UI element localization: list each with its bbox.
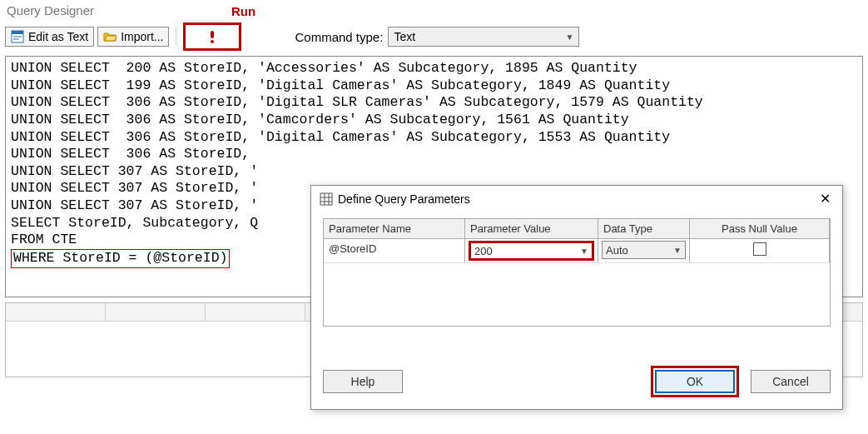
folder-open-icon [103, 30, 117, 43]
command-type-value: Text [394, 30, 415, 43]
import-label: Import... [121, 30, 163, 43]
sql-line: SELECT StoreID, Subcategory, Q [11, 215, 258, 231]
sql-line: UNION SELECT 306 AS StoreID, 'Camcorders… [11, 112, 629, 127]
grid-props-icon [320, 192, 333, 206]
close-icon[interactable]: ✕ [816, 191, 834, 207]
col-data-type: Data Type [598, 219, 690, 238]
edit-as-text-label: Edit as Text [28, 30, 88, 43]
sql-line: UNION SELECT 306 AS StoreID, [11, 146, 250, 162]
data-type-select[interactable]: Auto ▼ [602, 241, 686, 259]
run-button[interactable] [183, 22, 241, 51]
sql-line: FROM CTE [11, 232, 77, 247]
sql-line: UNION SELECT 200 AS StoreID, 'Accessorie… [11, 60, 637, 76]
command-type-select[interactable]: Text ▼ [388, 27, 579, 47]
toolbar-separator [176, 27, 176, 46]
chevron-down-icon: ▼ [580, 247, 588, 256]
toolbar: Run Edit as Text Import... Command type:… [0, 21, 868, 56]
define-query-parameters-dialog: Define Query Parameters ✕ Parameter Name… [310, 185, 843, 410]
run-exclaim-icon [206, 30, 219, 43]
param-name-cell: @StoreID [324, 239, 465, 262]
svg-rect-4 [211, 31, 214, 38]
dialog-title: Define Query Parameters [338, 192, 470, 206]
sql-line: UNION SELECT 307 AS StoreID, ' [11, 163, 258, 179]
chevron-down-icon: ▼ [565, 32, 573, 42]
import-button[interactable]: Import... [97, 27, 169, 47]
svg-point-5 [211, 40, 214, 43]
chevron-down-icon: ▼ [673, 246, 682, 255]
sql-where-highlight: WHERE StoreID = (@StoreID) [11, 249, 230, 268]
pass-null-checkbox[interactable] [753, 242, 766, 256]
sql-line: UNION SELECT 307 AS StoreID, ' [11, 197, 258, 213]
sql-line: UNION SELECT 307 AS StoreID, ' [11, 180, 258, 196]
svg-rect-6 [320, 193, 332, 205]
edit-as-text-button[interactable]: Edit as Text [5, 27, 94, 47]
command-type-label: Command type: [295, 30, 383, 44]
col-parameter-value: Parameter Value [465, 219, 598, 238]
sql-line: UNION SELECT 306 AS StoreID, 'Digital Ca… [11, 129, 670, 145]
ok-button[interactable]: OK [655, 370, 735, 393]
data-type-text: Auto [606, 244, 628, 257]
param-value-input[interactable]: 200 ▼ [469, 241, 594, 261]
col-pass-null: Pass Null Value [690, 219, 830, 238]
col-parameter-name: Parameter Name [324, 219, 465, 238]
param-value-text: 200 [474, 245, 493, 257]
table-row: @StoreID 200 ▼ Auto ▼ [324, 239, 830, 263]
edit-text-icon [11, 30, 24, 43]
window-title: Query Designer [0, 0, 868, 21]
svg-rect-1 [12, 31, 23, 34]
run-annotation: Run [231, 4, 255, 18]
cancel-button[interactable]: Cancel [751, 370, 831, 393]
parameters-table: Parameter Name Parameter Value Data Type… [323, 218, 831, 327]
sql-line: UNION SELECT 306 AS StoreID, 'Digital SL… [11, 94, 703, 110]
help-button[interactable]: Help [323, 370, 403, 393]
sql-line: UNION SELECT 199 AS StoreID, 'Digital Ca… [11, 77, 670, 93]
